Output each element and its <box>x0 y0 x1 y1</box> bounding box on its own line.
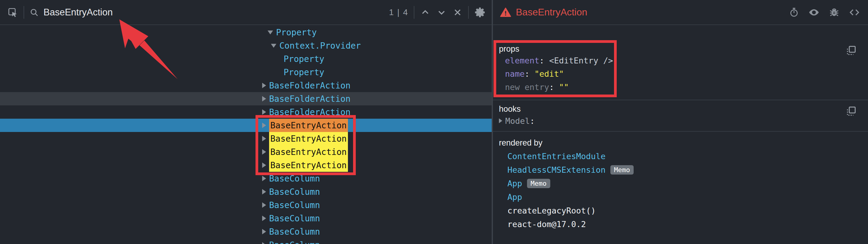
hooks-label: hooks <box>493 104 868 114</box>
tree-row[interactable]: BaseColumn <box>0 225 492 238</box>
caret-right-icon[interactable] <box>262 189 266 194</box>
rendered-by-section: rendered by ContentEntriesModule Headles… <box>493 131 868 244</box>
hook-name: Model <box>505 116 530 126</box>
rendered-by-item: react-dom@17.0.2 <box>493 217 868 231</box>
toolbar-divider <box>414 6 414 19</box>
search-result-count: 1 | 4 <box>389 7 408 17</box>
inspect-element-icon[interactable] <box>7 7 18 18</box>
tree-row[interactable]: BaseColumn <box>0 212 492 225</box>
chevron-down-icon[interactable] <box>436 7 447 18</box>
tree-row-selected[interactable]: BaseEntryAction <box>0 119 492 132</box>
rendered-by-item[interactable]: ContentEntriesModule <box>493 150 868 163</box>
tree-row[interactable]: Property <box>0 65 492 79</box>
annotation-box-props <box>494 40 617 97</box>
owner-link[interactable]: HeadlessCMSExtension <box>507 165 606 175</box>
selected-component-title: BaseEntryAction <box>516 7 587 18</box>
gear-icon[interactable] <box>474 6 486 19</box>
colon: : <box>530 116 534 126</box>
toolbar-divider <box>468 6 469 19</box>
caret-right-icon[interactable] <box>262 216 266 221</box>
copy-icon[interactable] <box>846 106 857 118</box>
component-name: Context.Provider <box>279 41 361 51</box>
tree-row[interactable]: BaseColumn <box>0 172 492 185</box>
code-brackets-icon[interactable] <box>849 7 860 18</box>
toolbar-divider <box>24 6 24 19</box>
tree-row[interactable]: Property <box>0 52 492 65</box>
component-name: BaseColumn <box>269 214 320 223</box>
tree-row[interactable]: BaseEntryAction <box>0 158 492 172</box>
component-tree: Property Context.Provider Property Prope… <box>0 26 492 244</box>
component-name: BaseColumn <box>269 187 320 197</box>
stopwatch-icon[interactable] <box>789 7 799 18</box>
caret-right-icon[interactable] <box>262 109 266 115</box>
tree-row[interactable]: BaseColumn <box>0 238 492 244</box>
close-icon[interactable] <box>453 7 463 18</box>
tree-row-hovered[interactable]: BaseFolderAction <box>0 92 492 105</box>
rendered-by-item[interactable]: HeadlessCMSExtension Memo <box>493 163 868 177</box>
component-name: Property <box>284 54 324 64</box>
tree-row[interactable]: BaseEntryAction <box>0 145 492 158</box>
memo-badge: Memo <box>610 165 633 175</box>
component-name: BaseFolderAction <box>269 94 351 104</box>
tree-row[interactable]: BaseColumn <box>0 185 492 199</box>
caret-right-icon[interactable] <box>499 118 502 123</box>
component-name: Property <box>284 67 324 77</box>
tree-row[interactable]: BaseEntryAction <box>0 132 492 145</box>
react-version-label: react-dom@17.0.2 <box>507 219 586 229</box>
component-name: BaseColumn <box>269 227 320 237</box>
annotation-box-tree-matches <box>255 115 356 175</box>
component-name: BaseColumn <box>269 200 320 210</box>
caret-right-icon[interactable] <box>262 83 266 88</box>
component-name: BaseFolderAction <box>269 81 351 91</box>
component-name: BaseColumn <box>269 240 320 244</box>
root-label: createLegacyRoot() <box>507 206 596 215</box>
hooks-section: hooks Model : <box>493 100 868 131</box>
tree-toolbar: 1 | 4 <box>0 0 492 25</box>
tree-row[interactable]: Context.Provider <box>0 39 492 52</box>
annotation-arrow <box>115 15 184 85</box>
tree-row[interactable]: Property <box>0 26 492 39</box>
copy-icon[interactable] <box>846 45 857 57</box>
rendered-by-label: rendered by <box>493 138 868 148</box>
warning-triangle-icon <box>500 7 511 18</box>
component-name: Property <box>276 28 317 37</box>
rendered-by-item[interactable]: App Memo <box>493 177 868 190</box>
caret-right-icon[interactable] <box>262 229 266 234</box>
eye-icon[interactable] <box>808 7 820 18</box>
caret-down-icon[interactable] <box>268 30 273 34</box>
bug-icon[interactable] <box>829 7 840 18</box>
tree-row[interactable]: BaseColumn <box>0 199 492 212</box>
hook-row[interactable]: Model : <box>493 114 868 128</box>
caret-right-icon[interactable] <box>262 242 266 244</box>
chevron-up-icon[interactable] <box>420 7 431 18</box>
rendered-by-item: createLegacyRoot() <box>493 204 868 217</box>
owner-link[interactable]: ContentEntriesModule <box>507 152 606 161</box>
caret-right-icon[interactable] <box>262 176 266 181</box>
tree-row[interactable]: BaseFolderAction <box>0 79 492 92</box>
caret-right-icon[interactable] <box>262 202 266 208</box>
search-icon <box>30 8 39 17</box>
caret-right-icon[interactable] <box>262 96 266 101</box>
memo-badge: Memo <box>527 179 550 188</box>
search-input[interactable] <box>43 7 389 18</box>
caret-down-icon[interactable] <box>271 44 276 48</box>
tree-row[interactable]: BaseFolderAction <box>0 105 492 119</box>
owner-link[interactable]: App <box>507 179 522 188</box>
details-header: BaseEntryAction <box>493 0 868 25</box>
rendered-by-item[interactable]: App <box>493 190 868 204</box>
owner-link[interactable]: App <box>507 192 522 202</box>
